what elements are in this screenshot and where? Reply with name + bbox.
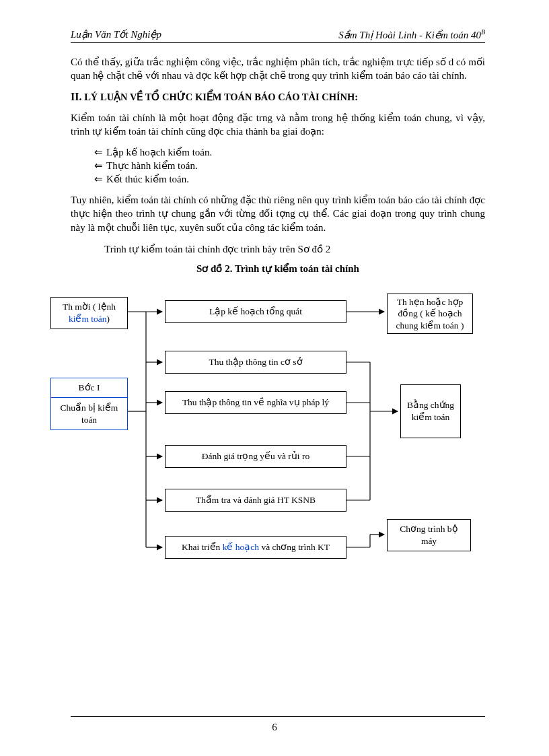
section-number: II. <box>71 91 81 102</box>
box-mid-1: Lập kế hoạch tổng quát <box>165 300 346 323</box>
header-rule <box>71 42 485 43</box>
arrow-left-icon: ⇐ <box>94 146 106 158</box>
box-invite: Th mời ( lệnh kiểm toán) <box>50 297 128 329</box>
header-right: Sầm Thị Hoài Linh - Kiểm toán 40B <box>338 28 485 41</box>
box-mid-6: Khai triển kế hoạch và chơng trình KT <box>165 536 346 559</box>
box-step-label: Bớc I <box>50 378 128 398</box>
box-mid-5: Thẩm tra và đánh giá HT KSNB <box>165 489 346 512</box>
box-step-prepare: Chuẩn bị kiểm toán <box>50 398 128 430</box>
bullet-list: ⇐Lập kế hoạch kiểm toán. ⇐Thực hành kiểm… <box>94 146 485 185</box>
box-mid-3: Thu thập thông tin về nghĩa vụ pháp lý <box>165 391 346 414</box>
flowchart: Th mời ( lệnh kiểm toán) Bớc I Chuẩn bị … <box>50 294 474 596</box>
diagram-title: Sơ đồ 2. Trình tự kiểm toán tài chính <box>71 263 485 275</box>
box-right-3: Chơng trình bộ máy <box>387 519 471 551</box>
box-mid-4: Đánh giá trọng yếu và rủi ro <box>165 445 346 468</box>
footer-rule <box>71 716 485 717</box>
box-right-2: Bằng chứng kiểm toán <box>400 384 461 438</box>
page-number: 6 <box>0 722 549 733</box>
paragraph-1: Có thể thấy, giữa trắc nghiệm công việc,… <box>71 55 485 83</box>
list-item: ⇐Lập kế hoạch kiểm toán. <box>94 146 485 158</box>
box-right-1: Th hẹn hoặc hợp đồng ( kế hoạch chung ki… <box>387 294 473 334</box>
list-item: ⇐Kết thúc kiểm toán. <box>94 173 485 185</box>
list-item: ⇐Thực hành kiểm toán. <box>94 160 485 172</box>
page-header: Luận Văn Tốt Nghiệp Sầm Thị Hoài Linh - … <box>71 28 485 41</box>
header-left: Luận Văn Tốt Nghiệp <box>71 28 161 41</box>
paragraph-3: Tuy nhiên, kiểm toán tài chính có những … <box>71 193 485 234</box>
paragraph-4: Trình tự kiểm toán tài chính đợc trình b… <box>104 242 485 256</box>
section-title: LÝ LUẬN VỀ TỔ CHỨC KIỂM TOÁN BÁO CÁO TÀI… <box>84 92 358 102</box>
section-heading: II. LÝ LUẬN VỀ TỔ CHỨC KIỂM TOÁN BÁO CÁO… <box>71 91 485 103</box>
arrow-left-icon: ⇐ <box>94 160 106 172</box>
arrow-left-icon: ⇐ <box>94 173 106 185</box>
box-mid-2: Thu thập thông tin cơ sở <box>165 351 346 374</box>
paragraph-2: Kiểm toán tài chính là một hoạt động đặc… <box>71 111 485 139</box>
